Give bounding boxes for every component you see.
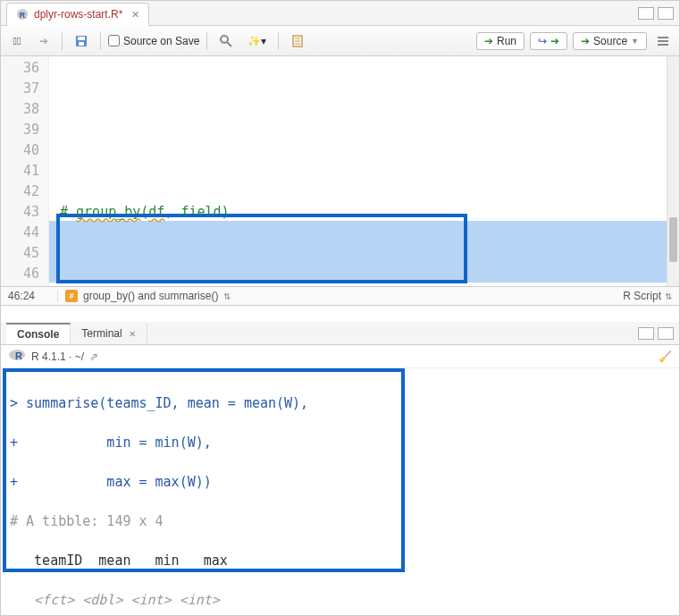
rerun-play-icon: ➔ — [550, 35, 559, 47]
code-line — [60, 264, 679, 284]
source-on-save-label: Source on Save — [123, 35, 199, 47]
save-button[interactable] — [70, 30, 93, 52]
r-logo-icon: R — [8, 348, 26, 365]
language-selector[interactable]: R Script ⇅ — [623, 290, 679, 302]
close-icon[interactable]: ✕ — [129, 329, 136, 339]
language-label: R Script — [623, 290, 661, 302]
svg-rect-3 — [78, 37, 85, 40]
rerun-arrow-icon: ↪ — [538, 35, 547, 47]
editor-status-bar: 46:24 # group_by() and summarise() ⇅ R S… — [1, 286, 679, 306]
editor-tab-bar: R dplyr-rows-start.R* ✕ — [1, 1, 679, 26]
source-label: Source — [593, 35, 627, 47]
chevron-updown-icon: ⇅ — [223, 291, 231, 301]
scope-indicator[interactable]: # group_by() and summarise() ⇅ — [58, 290, 623, 302]
section-icon: # — [65, 290, 78, 302]
svg-rect-4 — [79, 42, 84, 46]
pane-window-controls — [638, 327, 679, 340]
console-version: R 4.1.1 · ~/ — [31, 350, 84, 363]
code-editor[interactable]: 36 37 38 39 40 41 42 43 44 45 46 # group… — [1, 56, 679, 286]
run-button[interactable]: ➔ Run — [476, 32, 525, 50]
svg-point-5 — [221, 36, 228, 43]
clear-console-icon[interactable]: 🧹 — [659, 350, 672, 363]
tab-terminal-label: Terminal — [81, 327, 122, 340]
source-on-save-checkbox[interactable] — [108, 35, 120, 46]
line-gutter: 36 37 38 39 40 41 42 43 44 45 46 — [1, 56, 49, 286]
source-on-save-toggle[interactable]: Source on Save — [108, 35, 199, 47]
outline-button[interactable] — [652, 30, 674, 52]
svg-line-6 — [227, 42, 231, 46]
minimize-pane-icon[interactable] — [638, 327, 654, 340]
file-tab[interactable]: R dplyr-rows-start.R* ✕ — [6, 3, 149, 26]
tab-console[interactable]: Console — [6, 323, 71, 344]
rerun-button[interactable]: ↪ ➔ — [530, 32, 567, 50]
source-button[interactable]: ➔ Source ▼ — [573, 32, 647, 50]
maximize-pane-icon[interactable] — [658, 7, 674, 20]
cursor-position: 46:24 — [1, 290, 58, 302]
editor-toolbar: �⃝ ➔ Source on Save ✨▾ ➔ Run ↪ ➔ ➔ Sourc… — [1, 26, 679, 56]
chevron-updown-icon: ⇅ — [665, 291, 672, 301]
chevron-down-icon: ▼ — [631, 37, 639, 46]
source-arrow-icon: ➔ — [581, 35, 590, 47]
console-tab-bar: Console Terminal ✕ — [1, 322, 679, 345]
console-output[interactable]: > summarise(teams_ID, mean = mean(W), + … — [1, 368, 679, 601]
close-icon[interactable]: ✕ — [131, 9, 139, 21]
popout-icon[interactable]: ⇗ — [89, 350, 98, 363]
wand-button[interactable]: ✨▾ — [243, 30, 271, 52]
notebook-button[interactable] — [286, 30, 309, 52]
back-button[interactable]: �⃝ — [6, 30, 28, 52]
table-header: teamID mean min max — [10, 551, 670, 570]
console-header: R R 4.1.1 · ~/ ⇗ 🧹 — [1, 345, 679, 368]
svg-text:R: R — [15, 350, 22, 361]
svg-text:R: R — [20, 11, 26, 20]
vertical-scrollbar[interactable] — [667, 56, 679, 286]
code-line: # group_by(df, field) — [60, 202, 679, 223]
tibble-header: # A tibble: 149 x 4 — [10, 511, 670, 531]
code-line — [60, 140, 679, 161]
maximize-pane-icon[interactable] — [658, 327, 674, 340]
tab-terminal[interactable]: Terminal ✕ — [71, 324, 147, 343]
code-content[interactable]: # group_by(df, field) teams_ID <- group_… — [49, 56, 679, 286]
r-file-icon: R — [16, 8, 29, 21]
pane-window-controls — [638, 7, 679, 20]
tab-console-label: Console — [17, 328, 59, 341]
minimize-pane-icon[interactable] — [638, 7, 654, 20]
forward-button[interactable]: ➔ — [33, 30, 55, 52]
run-label: Run — [497, 35, 516, 47]
table-types: <fct> <dbl> <int> <int> — [10, 590, 670, 610]
file-tab-label: dplyr-rows-start.R* — [34, 8, 122, 21]
run-arrow-icon: ➔ — [484, 35, 493, 47]
find-button[interactable] — [214, 30, 238, 52]
scope-label: group_by() and summarise() — [83, 290, 218, 302]
